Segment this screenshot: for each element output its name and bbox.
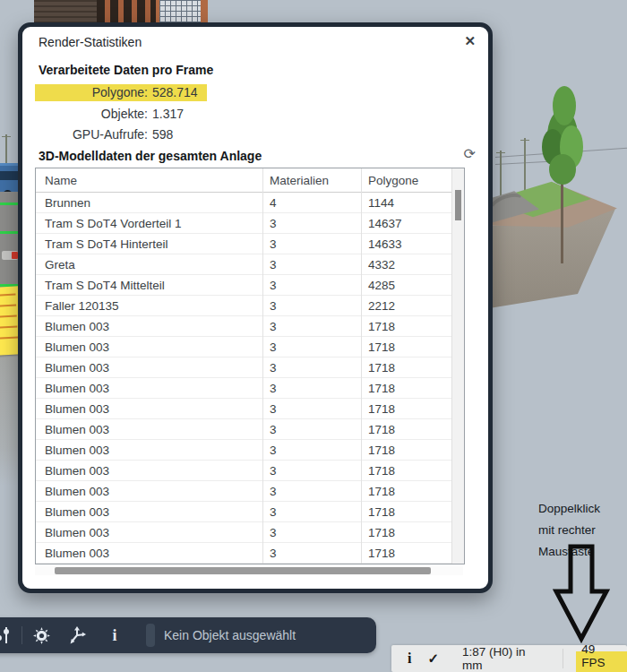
- cell-name: Tram S DoT4 Vorderteil 1: [36, 217, 262, 230]
- table-row[interactable]: Tram S DoT4 Hinterteil 3 14633: [36, 234, 464, 254]
- scale-indicator[interactable]: 1:87 (H0) in mm: [462, 645, 548, 672]
- building-glass-facade: [156, 0, 208, 23]
- frame-stats: Polygone: 528.714 Objekte: 1.317 GPU-Auf…: [39, 82, 207, 144]
- scene-left-edge: [0, 0, 18, 672]
- cell-polygons: 14637: [361, 217, 464, 230]
- cell-materials: 3: [262, 423, 361, 436]
- table-header: Name Materialien Polygone: [36, 168, 464, 193]
- table-row[interactable]: Blumen 003 3 1718: [36, 399, 464, 419]
- cell-materials: 3: [262, 361, 361, 375]
- cell-materials: 3: [262, 464, 361, 478]
- car: [2, 251, 18, 260]
- cell-polygons: 1718: [361, 340, 464, 354]
- cell-polygons: 1718: [361, 361, 464, 375]
- object-toolbar: i Kein Objekt ausgewählt: [0, 617, 376, 653]
- cell-materials: 3: [262, 505, 361, 519]
- dialog-title: Render-Statistiken: [39, 35, 142, 49]
- cell-materials: 3: [262, 320, 361, 333]
- table-row[interactable]: Blumen 003 3 1718: [36, 502, 464, 522]
- cell-name: Faller 120135: [36, 299, 262, 313]
- cell-materials: 3: [262, 485, 361, 498]
- table-row[interactable]: Blumen 003 3 1718: [36, 481, 464, 502]
- column-header-polygons[interactable]: Polygone: [361, 174, 464, 187]
- cell-polygons: 1718: [361, 444, 464, 457]
- info-icon[interactable]: i: [99, 626, 130, 645]
- dialog-titlebar[interactable]: Render-Statistiken ✕: [22, 27, 488, 56]
- cell-polygons: 4285: [361, 279, 464, 292]
- horizontal-scrollbar-thumb[interactable]: [55, 567, 431, 574]
- table-row[interactable]: Blumen 003 3 1718: [36, 378, 464, 399]
- annotation-text: Doppelklick mit rechter Maustaste: [538, 498, 627, 563]
- refresh-icon[interactable]: ⟳: [464, 147, 476, 161]
- cell-name: Tram S DoT4 Hinterteil: [36, 237, 262, 251]
- table-row[interactable]: Blumen 003 3 1718: [36, 440, 464, 461]
- table-row[interactable]: Blumen 003 3 1718: [36, 337, 464, 358]
- horizontal-scrollbar[interactable]: [35, 566, 463, 575]
- cell-polygons: 1718: [361, 505, 464, 519]
- stat-polygons: Polygone: 528.714: [39, 82, 207, 103]
- table-row[interactable]: Blumen 003 3 1718: [36, 358, 464, 378]
- table-row[interactable]: Greta 3 4332: [36, 254, 464, 275]
- table-row[interactable]: Blumen 003 3 1718: [36, 461, 464, 481]
- cell-name: Blumen 003: [36, 505, 262, 519]
- cell-materials: 3: [262, 279, 361, 292]
- table-row[interactable]: Blumen 003 3 1718: [36, 316, 464, 337]
- cell-polygons: 2212: [361, 299, 464, 313]
- cell-name: Blumen 003: [36, 423, 262, 436]
- cell-polygons: 14633: [361, 237, 464, 251]
- model-data-table: Name Materialien Polygone Brunnen 4 1144…: [35, 168, 465, 564]
- cell-polygons: 1144: [361, 196, 464, 210]
- column-header-materials[interactable]: Materialien: [262, 174, 361, 187]
- cell-name: Blumen 003: [36, 485, 262, 498]
- gear-icon[interactable]: [26, 627, 56, 644]
- close-icon[interactable]: ✕: [464, 33, 476, 49]
- cell-polygons: 4332: [361, 258, 464, 271]
- cell-polygons: 1718: [361, 423, 464, 436]
- cell-materials: 3: [262, 382, 361, 395]
- stat-objects: Objekte: 1.317: [39, 103, 207, 124]
- cell-materials: 3: [262, 547, 361, 560]
- move-icon[interactable]: [62, 625, 92, 645]
- vertical-scrollbar-thumb[interactable]: [455, 190, 461, 220]
- cell-materials: 3: [262, 526, 361, 539]
- table-row[interactable]: Tram S DoT4 Mittelteil 3 4285: [36, 275, 464, 296]
- cell-materials: 3: [262, 258, 361, 271]
- table-row[interactable]: Brunnen 4 1144: [36, 193, 464, 213]
- tram-vehicle: [0, 163, 18, 194]
- street: [0, 192, 18, 297]
- cell-polygons: 1718: [361, 464, 464, 478]
- table-row[interactable]: Blumen 003 3 1718: [36, 522, 464, 543]
- table-row[interactable]: Blumen 003 3 1718: [36, 419, 464, 440]
- cell-materials: 3: [262, 217, 361, 230]
- cell-name: Brunnen: [36, 196, 262, 210]
- tree: [540, 82, 585, 186]
- statusbar-info-icon[interactable]: i: [408, 650, 411, 667]
- cell-materials: 3: [262, 402, 361, 416]
- table-row[interactable]: Blumen 003 3 1718: [36, 543, 464, 564]
- status-bar: i ✓ 1:87 (H0) in mm 49 FPS: [391, 645, 627, 672]
- stat-gpu-calls: GPU-Aufrufe: 598: [39, 124, 207, 144]
- cell-name: Blumen 003: [36, 361, 262, 375]
- cell-materials: 3: [262, 237, 361, 251]
- cell-name: Blumen 003: [36, 382, 262, 395]
- vertical-scrollbar[interactable]: [451, 168, 464, 564]
- fps-counter[interactable]: 49 FPS: [576, 641, 627, 672]
- cell-name: Blumen 003: [36, 464, 262, 478]
- table-row[interactable]: Faller 120135 3 2212: [36, 296, 464, 316]
- cell-name: Blumen 003: [36, 320, 262, 333]
- statusbar-divider: [563, 649, 563, 668]
- annotation-line: mit rechter: [538, 520, 627, 541]
- statusbar-check-icon[interactable]: ✓: [427, 650, 439, 667]
- cell-materials: 4: [262, 196, 361, 210]
- toolbar-handle[interactable]: [146, 624, 155, 647]
- tree-trunk: [561, 176, 563, 263]
- table-row[interactable]: Tram S DoT4 Vorderteil 1 3 14637: [36, 213, 464, 234]
- column-header-name[interactable]: Name: [36, 174, 262, 187]
- tune-icon[interactable]: [0, 625, 18, 645]
- cell-name: Blumen 003: [36, 547, 262, 560]
- cell-polygons: 1718: [361, 402, 464, 416]
- toolbar-divider: [21, 626, 22, 644]
- cell-polygons: 1718: [361, 382, 464, 395]
- selection-status-label: Kein Objekt ausgewählt: [164, 628, 296, 642]
- selection-highlight-line: [0, 202, 18, 205]
